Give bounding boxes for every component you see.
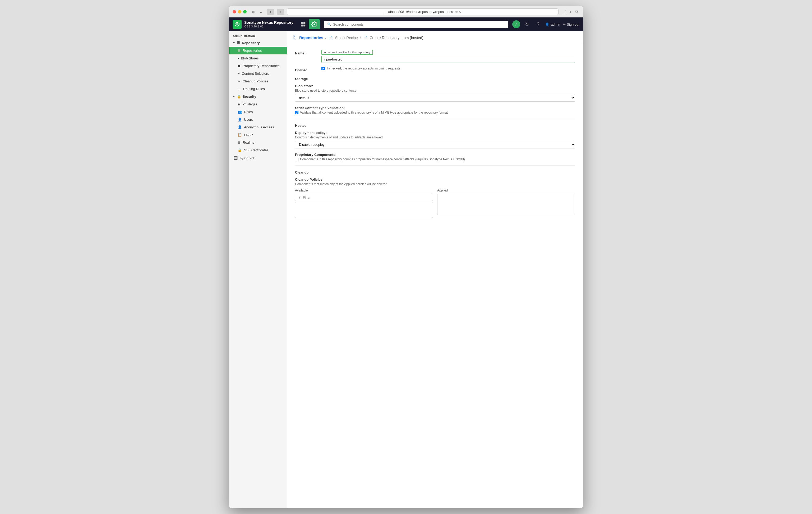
hosted-section-title: Hosted xyxy=(295,124,575,128)
repo-icon: 🗄 xyxy=(237,41,240,45)
help-button[interactable]: ? xyxy=(534,20,542,29)
name-input[interactable] xyxy=(321,56,575,63)
routing-icon: ↔ xyxy=(238,87,241,91)
user-info: 👤 admin xyxy=(545,23,560,26)
refresh-icon[interactable]: ↻ xyxy=(459,10,462,14)
breadcrumb: 🗄 Repositories / 📄 Select Recipe / 📄 Cre… xyxy=(287,31,583,44)
sidebar-item-repositories[interactable]: ⊞ Repositories xyxy=(229,47,287,54)
strict-content-checkbox-row: Validate that all content uploaded to th… xyxy=(295,111,575,114)
blob-store-select[interactable]: default xyxy=(295,94,575,102)
security-icon: 🔒 xyxy=(237,95,241,98)
share-button[interactable]: ⤴ xyxy=(563,9,567,14)
header-right: ✓ ↻ ? 👤 admin ↪ Sign out xyxy=(512,20,579,29)
filter-icon: ▼ xyxy=(298,195,301,200)
strict-content-checkbox[interactable] xyxy=(295,111,298,114)
chevron-down-icon: ▼ xyxy=(233,95,235,98)
chevron-down-icon[interactable]: ⌄ xyxy=(258,9,264,14)
administration-label: Administration xyxy=(229,31,287,39)
forward-button[interactable]: › xyxy=(277,9,284,15)
sidebar-item-proprietary-repos[interactable]: ◼ Proprietary Repositories xyxy=(229,62,287,70)
search-icon: 🔍 xyxy=(327,23,331,26)
logo-text: Sonatype Nexus Repository OSS 3.70.1-02 xyxy=(244,20,293,28)
sidebar-item-roles[interactable]: 👥 Roles xyxy=(229,108,287,116)
breadcrumb-repositories-link[interactable]: Repositories xyxy=(299,35,323,40)
search-bar[interactable]: 🔍 xyxy=(324,21,508,28)
svg-rect-2 xyxy=(301,22,303,24)
sidebar-item-cleanup-policies[interactable]: ✂ Cleanup Policies xyxy=(229,78,287,85)
sidebar-label: Roles xyxy=(244,110,253,114)
form-content: Name: A unique identifier for this repos… xyxy=(287,44,583,223)
sidebar-label: Anonymous Access xyxy=(244,125,274,129)
tabs-button[interactable]: ⧉ xyxy=(574,9,579,14)
back-button[interactable]: ‹ xyxy=(267,9,274,15)
database-icon: 🗄 xyxy=(292,35,297,40)
sidebar-label: Repositories xyxy=(243,49,262,53)
sign-out-icon: ↪ xyxy=(563,23,566,26)
sidebar-label: Routing Rules xyxy=(243,87,265,91)
sidebar-label: Cleanup Policies xyxy=(243,79,268,83)
content-area: 🗄 Repositories / 📄 Select Recipe / 📄 Cre… xyxy=(287,31,583,508)
cleanup-applied-col: Applied xyxy=(437,189,575,218)
app-header: Sonatype Nexus Repository OSS 3.70.1-02 … xyxy=(229,18,583,31)
sidebar-item-repository[interactable]: ▼ 🗄 Repository xyxy=(229,39,287,47)
online-checkbox[interactable] xyxy=(321,67,325,70)
sidebar-item-anonymous-access[interactable]: 👤 Anonymous Access xyxy=(229,123,287,131)
sign-out-label: Sign out xyxy=(567,23,579,26)
repos-icon: ⊞ xyxy=(238,49,240,53)
sidebar-item-security-parent[interactable]: ▼ 🔒 Security xyxy=(229,93,287,100)
blob-icon: ▪ xyxy=(238,56,239,60)
maximize-button[interactable] xyxy=(243,10,246,13)
sidebar-item-iq-server[interactable]: 🔲 IQ Server xyxy=(229,154,287,162)
logo-icon xyxy=(233,20,241,29)
sidebar-toggle-button[interactable]: ⊞ xyxy=(251,9,257,14)
sidebar-item-routing-rules[interactable]: ↔ Routing Rules xyxy=(229,85,287,93)
strict-content-desc: Validate that all content uploaded to th… xyxy=(300,111,448,114)
sidebar-item-ldap[interactable]: 📋 LDAP xyxy=(229,131,287,139)
recipe-icon: 📄 xyxy=(328,36,333,40)
sidebar-item-privileges[interactable]: ◈ Privileges xyxy=(229,100,287,108)
privileges-icon: ◈ xyxy=(238,102,240,106)
packages-button[interactable] xyxy=(298,19,309,29)
minimize-button[interactable] xyxy=(238,10,241,13)
sidebar-label: Realms xyxy=(243,141,254,145)
roles-icon: 👥 xyxy=(238,110,242,114)
breadcrumb-sep-1: / xyxy=(325,36,326,40)
breadcrumb-select-recipe[interactable]: Select Recipe xyxy=(335,36,358,40)
sidebar-item-realms[interactable]: ⊞ Realms xyxy=(229,139,287,146)
sign-out-button[interactable]: ↪ Sign out xyxy=(563,23,579,26)
online-label: Online: xyxy=(295,66,316,72)
proprietary-checkbox[interactable] xyxy=(295,158,298,161)
deployment-policy-select[interactable]: Disable redeploy Allow redeploy Read-onl… xyxy=(295,141,575,148)
storage-section-title: Storage xyxy=(295,77,575,81)
svg-point-6 xyxy=(314,24,315,25)
address-bar[interactable]: localhost:8081/#admin/repository/reposit… xyxy=(287,8,558,15)
deployment-policy-desc: Controls if deployments of and updates t… xyxy=(295,135,575,139)
cleanup-section-title: Cleanup xyxy=(295,170,575,174)
proprietary-label: Proprietary Components: xyxy=(295,153,575,157)
refresh-button[interactable]: ↻ xyxy=(523,20,531,29)
deployment-policy-label: Deployment policy: xyxy=(295,131,575,135)
sidebar-item-ssl-certificates[interactable]: 🔒 SSL Certificates xyxy=(229,146,287,154)
search-input[interactable] xyxy=(333,23,505,26)
breadcrumb-sep-2: / xyxy=(360,36,361,40)
cleanup-icon: ✂ xyxy=(238,79,240,83)
app-body: Administration ▼ 🗄 Repository ⊞ Reposito… xyxy=(229,31,583,508)
cleanup-filter[interactable]: ▼ Filter xyxy=(295,194,433,201)
settings-button[interactable] xyxy=(309,19,320,29)
breadcrumb-current-page: Create Repository: npm (hosted) xyxy=(370,36,424,40)
close-button[interactable] xyxy=(233,10,236,13)
cleanup-policies-desc: Components that match any of the Applied… xyxy=(295,182,575,186)
sidebar-label: LDAP xyxy=(244,133,253,137)
sidebar-item-users[interactable]: 👤 Users xyxy=(229,116,287,123)
sidebar-item-blob-stores[interactable]: ▪ Blob Stores xyxy=(229,54,287,62)
cleanup-section: Cleanup Policies: Components that match … xyxy=(295,178,575,218)
sidebar-item-content-selectors[interactable]: ≡ Content Selectors xyxy=(229,70,287,78)
browser-actions: ⤴ + ⧉ xyxy=(563,9,579,14)
browser-controls: ⊞ ⌄ xyxy=(251,9,264,14)
ssl-icon: 🔒 xyxy=(238,148,242,152)
sidebar-label: Content Selectors xyxy=(242,71,269,75)
online-checkbox-row: If checked, the repository accepts incom… xyxy=(321,66,575,70)
name-row: Name: A unique identifier for this repos… xyxy=(295,50,575,63)
deployment-policy-subsection: Deployment policy: Controls if deploymen… xyxy=(295,131,575,148)
new-tab-button[interactable]: + xyxy=(568,9,573,14)
